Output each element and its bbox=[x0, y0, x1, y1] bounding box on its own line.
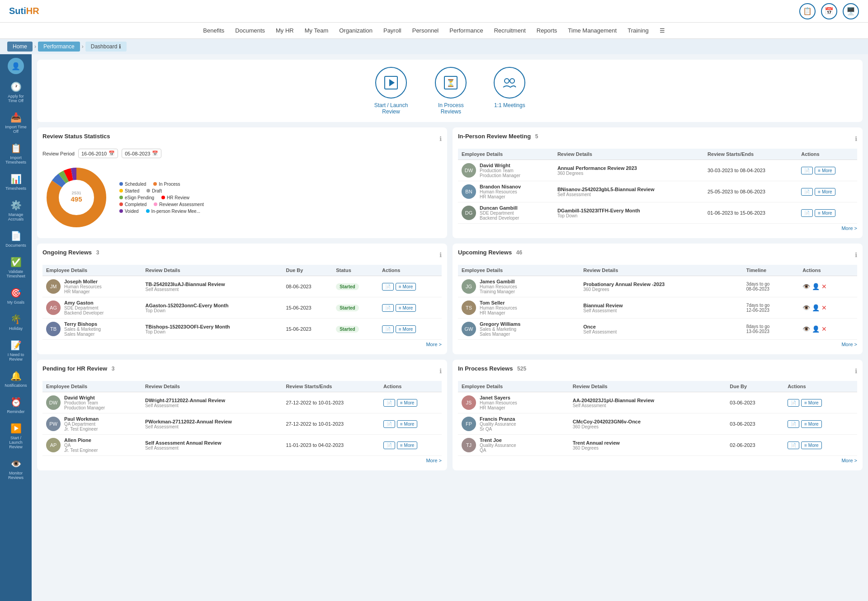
view-btn[interactable]: 📄 bbox=[801, 188, 813, 196]
pending-hr-title: Pending for HR Review 3 bbox=[42, 365, 114, 372]
sidebar-import-time-off[interactable]: 📥 Import Time Off bbox=[1, 108, 30, 137]
more-btn[interactable]: ≡ More bbox=[801, 399, 821, 407]
nav-more[interactable]: ☰ bbox=[660, 27, 665, 34]
view-btn[interactable]: 📄 bbox=[788, 399, 799, 407]
more-btn[interactable]: ≡ More bbox=[815, 209, 835, 217]
nav-personnel[interactable]: Personnel bbox=[412, 27, 439, 34]
nav-reports[interactable]: Reports bbox=[537, 27, 557, 34]
review-status-info-icon[interactable]: ℹ bbox=[439, 135, 442, 142]
assign-icon[interactable]: 👤 bbox=[812, 283, 820, 290]
view-btn[interactable]: 📄 bbox=[382, 325, 394, 333]
view-btn[interactable]: 📄 bbox=[382, 304, 394, 312]
sidebar-start-launch-review[interactable]: ▶️ Start / Launch Review bbox=[1, 419, 30, 453]
more-btn[interactable]: ≡ More bbox=[801, 420, 821, 428]
cancel-icon[interactable]: ✕ bbox=[821, 304, 827, 311]
table-row: DWDavid WrightProduction TeamProduction … bbox=[458, 160, 857, 181]
more-btn[interactable]: ≡ More bbox=[397, 399, 417, 407]
more-btn[interactable]: ≡ More bbox=[396, 325, 416, 333]
table-row: FPFrancis PranzaQuality AssuranceSr QA C… bbox=[458, 413, 857, 435]
icon-calendar[interactable]: 📅 bbox=[821, 3, 837, 19]
sidebar-holiday[interactable]: 🌴 Holiday bbox=[1, 310, 30, 334]
cancel-icon[interactable]: ✕ bbox=[821, 283, 827, 290]
quick-action-meetings[interactable]: 1:1 Meetings bbox=[494, 67, 525, 115]
th-review: Review Details bbox=[554, 149, 704, 160]
th-due: Due By bbox=[726, 381, 784, 392]
view-btn[interactable]: 📄 bbox=[382, 283, 394, 291]
nav-time[interactable]: Time Management bbox=[568, 27, 617, 34]
nav-myteam[interactable]: My Team bbox=[305, 27, 329, 34]
sidebar-my-goals[interactable]: 🎯 My Goals bbox=[1, 284, 30, 308]
quick-action-launch[interactable]: Start / LaunchReview bbox=[374, 67, 408, 115]
nav-payroll[interactable]: Payroll bbox=[383, 27, 401, 34]
more-btn[interactable]: ≡ More bbox=[815, 167, 835, 174]
nav-org[interactable]: Organization bbox=[339, 27, 373, 34]
more-btn[interactable]: ≡ More bbox=[396, 283, 416, 291]
nav-training[interactable]: Training bbox=[627, 27, 648, 34]
breadcrumb-home[interactable]: Home bbox=[7, 42, 33, 52]
upcoming-info-icon[interactable]: ℹ bbox=[855, 251, 857, 258]
top-bar: SutiHR 📋 📅 🖥️ bbox=[0, 0, 868, 23]
row-2: Ongoing Reviews 3 ℹ Employee Details Rev… bbox=[37, 244, 863, 354]
nav-recruitment[interactable]: Recruitment bbox=[494, 27, 526, 34]
in-person-more[interactable]: More > bbox=[458, 224, 857, 233]
breadcrumb-dashboard[interactable]: Dashboard ℹ bbox=[85, 42, 127, 52]
nav-documents[interactable]: Documents bbox=[235, 27, 265, 34]
review-status-panel: Review Status Statistics ℹ Review Period… bbox=[37, 127, 447, 238]
ongoing-info-icon[interactable]: ℹ bbox=[439, 251, 442, 258]
table-row: PWPaul WorkmanQA DepartmentJr. Test Engi… bbox=[42, 413, 442, 435]
monitor-reviews-icon: 👁️ bbox=[10, 458, 22, 469]
validate-timesheet-icon: ✅ bbox=[10, 257, 22, 268]
nav-benefits[interactable]: Benefits bbox=[203, 27, 224, 34]
meetings-circle bbox=[494, 67, 525, 99]
upcoming-more[interactable]: More > bbox=[458, 340, 857, 349]
pending-hr-info-icon[interactable]: ℹ bbox=[439, 367, 442, 375]
more-btn[interactable]: ≡ More bbox=[397, 420, 417, 428]
date-from-input[interactable]: 16-06-2010 📅 bbox=[78, 149, 118, 158]
ongoing-more[interactable]: More > bbox=[42, 340, 442, 349]
sidebar-manage-accruals[interactable]: ⚙️ Manage Accruals bbox=[1, 196, 30, 225]
in-process-more[interactable]: More > bbox=[458, 456, 857, 465]
view-icon[interactable]: 👁️ bbox=[802, 283, 810, 290]
sidebar-notifications[interactable]: 🔔 Notifications bbox=[1, 367, 30, 391]
sidebar-validate-timesheet[interactable]: ✅ Validate Timesheet bbox=[1, 253, 30, 282]
icon-monitor[interactable]: 🖥️ bbox=[843, 3, 859, 19]
pending-hr-more[interactable]: More > bbox=[42, 456, 442, 465]
th-act: Actions bbox=[784, 381, 857, 392]
apply-time-off-icon: 🕐 bbox=[10, 81, 22, 92]
view-btn[interactable]: 📄 bbox=[383, 441, 395, 449]
view-btn[interactable]: 📄 bbox=[788, 441, 799, 449]
th-rev: Review Details bbox=[142, 265, 282, 276]
view-btn[interactable]: 📄 bbox=[801, 209, 813, 217]
sidebar-monitor-reviews[interactable]: 👁️ Monitor Reviews bbox=[1, 455, 30, 484]
svg-marker-1 bbox=[389, 79, 395, 86]
more-btn[interactable]: ≡ More bbox=[396, 304, 416, 312]
more-btn[interactable]: ≡ More bbox=[801, 441, 821, 449]
more-btn[interactable]: ≡ More bbox=[815, 188, 835, 196]
icon-clipboard[interactable]: 📋 bbox=[799, 3, 816, 19]
sidebar-reminder[interactable]: ⏰ Reminder bbox=[1, 393, 30, 418]
sidebar-import-timesheets[interactable]: 📋 Import Timesheets bbox=[1, 139, 30, 168]
sidebar-timesheets[interactable]: 📊 Timesheets bbox=[1, 170, 30, 194]
view-btn[interactable]: 📄 bbox=[383, 399, 395, 407]
sidebar-apply-time-off[interactable]: 🕐 Apply for Time Off bbox=[1, 78, 30, 107]
view-btn[interactable]: 📄 bbox=[383, 420, 395, 428]
date-to-input[interactable]: 05-08-2023 📅 bbox=[122, 149, 161, 158]
view-icon[interactable]: 👁️ bbox=[802, 325, 810, 333]
view-icon[interactable]: 👁️ bbox=[802, 304, 810, 311]
more-btn[interactable]: ≡ More bbox=[397, 441, 417, 449]
assign-icon[interactable]: 👤 bbox=[812, 325, 820, 333]
review-status-title: Review Status Statistics bbox=[42, 133, 110, 140]
in-process-info-icon[interactable]: ℹ bbox=[855, 367, 857, 375]
in-person-info-icon[interactable]: ℹ bbox=[855, 135, 857, 142]
cancel-icon[interactable]: ✕ bbox=[821, 325, 827, 333]
nav-performance[interactable]: Performance bbox=[449, 27, 483, 34]
view-btn[interactable]: 📄 bbox=[801, 167, 813, 174]
view-btn[interactable]: 📄 bbox=[788, 420, 799, 428]
nav-myhr[interactable]: My HR bbox=[276, 27, 294, 34]
sidebar-i-need-to-review[interactable]: 📝 I Need to Review bbox=[1, 336, 30, 365]
breadcrumb-performance[interactable]: Performance bbox=[38, 42, 80, 52]
assign-icon[interactable]: 👤 bbox=[812, 304, 820, 311]
quick-action-inprocess[interactable]: ⏳ In ProcessReviews bbox=[435, 67, 467, 115]
quick-actions: Start / LaunchReview ⏳ In ProcessReviews… bbox=[37, 60, 863, 122]
sidebar-documents[interactable]: 📄 Documents bbox=[1, 227, 30, 251]
